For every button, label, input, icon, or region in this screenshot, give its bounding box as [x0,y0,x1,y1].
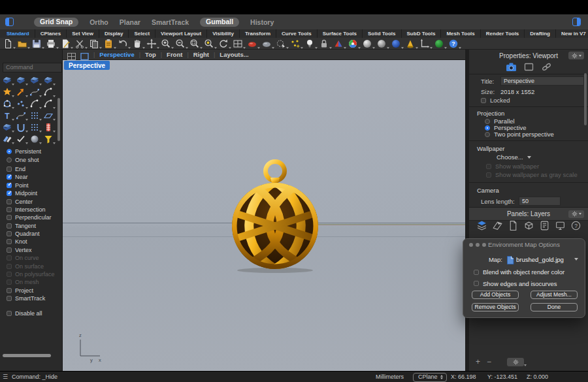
viewport-label-badge[interactable]: Perspective [64,61,110,70]
print-icon[interactable] [46,39,56,49]
viewport-tab-right[interactable]: Right [193,51,209,58]
rotate-view-icon[interactable] [218,39,229,49]
surface-loft-icon[interactable] [29,75,40,86]
radio-icon[interactable] [7,149,12,154]
zoom-window-icon[interactable] [189,39,200,49]
checkbox-icon[interactable] [7,255,12,261]
osnap-vertex[interactable]: Vertex [0,246,63,254]
viewport-tab-perspective[interactable]: Perspective [99,51,134,58]
tab-new-in-v7[interactable]: New in V7 [555,29,588,38]
viewport-grid-icon[interactable] [67,51,76,58]
help-icon[interactable]: ? [448,39,459,49]
checkbox-icon[interactable] [7,239,12,244]
right-panel-toggle-icon[interactable] [572,18,581,26]
edit-notes-icon[interactable] [60,39,71,49]
viewport-canvas[interactable]: Perspective [63,60,465,371]
osnap-project[interactable]: Project [0,287,63,294]
viewport-tab-top[interactable]: Top [145,51,156,58]
sidebar-horizontal-scrollbar[interactable] [3,354,51,357]
copy-icon[interactable] [89,39,99,49]
command-input[interactable]: Command [3,63,62,72]
osnap-on-mesh[interactable]: On mesh [0,278,63,286]
radio-icon[interactable] [485,119,490,124]
osnap-smarttrack[interactable]: SmartTrack [0,294,63,302]
locked-row[interactable]: Locked [481,97,510,104]
cplane-select[interactable]: CPlane [413,373,447,382]
osnap-knot[interactable]: Knot [0,238,63,246]
tab-set-view[interactable]: Set View [66,29,99,38]
done-button[interactable]: Done [531,303,578,311]
title-field[interactable]: Perspective [500,76,584,86]
toggle-history[interactable]: History [250,18,274,26]
osnap-on-curve[interactable]: On curve [0,254,63,262]
left-panel-toggle-icon[interactable] [5,18,14,26]
save-file-icon[interactable] [31,39,42,49]
zoom-out-icon[interactable] [175,39,186,49]
planes-icon[interactable] [2,134,12,144]
layers-gear-button[interactable] [507,358,524,366]
color-wheel-icon[interactable] [348,39,358,49]
panel-layers-icon[interactable] [476,220,487,231]
surface-box-icon[interactable] [2,75,12,86]
properties-gear-button[interactable] [568,52,584,59]
orange-star-icon[interactable] [2,87,12,97]
osnap-center[interactable]: Center [0,197,63,205]
osnap-midpoint[interactable]: Midpoint [0,189,63,197]
move-icon[interactable] [146,39,157,49]
panel-monitor-icon[interactable] [555,220,566,231]
osnap-intersection[interactable]: Intersection [0,206,63,214]
osnap-end[interactable]: End [0,165,63,173]
viewport-tab-layouts[interactable]: Layouts... [220,51,248,58]
toggle-grid-snap[interactable]: Grid Snap [34,18,78,27]
toggle-gumball[interactable]: Gumball [200,18,239,27]
open-file-icon[interactable] [17,39,27,49]
checkbox-icon[interactable] [7,223,12,229]
select-objects-icon[interactable] [276,39,286,49]
tab-cplanes[interactable]: CPlanes [35,29,67,38]
gray-sphere-icon[interactable] [29,134,40,144]
sun-cone-icon[interactable] [405,39,416,49]
wallpaper-choose[interactable]: Choose... [497,153,531,161]
osnap-tangent[interactable]: Tangent [0,222,63,230]
hide-objects-icon[interactable] [247,39,257,49]
zoom-in-icon[interactable] [161,39,171,49]
checkbox-icon[interactable] [7,288,12,293]
show-objects-icon[interactable] [261,39,272,49]
viewport-tab-front[interactable]: Front [167,51,182,58]
text-tool-icon[interactable]: T [2,110,12,121]
lock-objects-icon[interactable] [319,39,329,49]
status-command[interactable]: Command: _Hide [12,374,57,380]
toggle-ortho[interactable]: Ortho [90,18,108,26]
paste-icon[interactable] [103,39,114,49]
locked-checkbox[interactable] [481,98,486,103]
orange-arrow-icon[interactable] [16,87,26,97]
checkbox-icon[interactable] [7,191,12,196]
checkbox-icon[interactable] [7,272,12,277]
lens-length-field[interactable]: 50 [519,197,561,206]
osnap-on-polysurface[interactable]: On polysurface [0,270,63,278]
map-chevron-icon[interactable] [574,258,578,261]
osnap-one-shot[interactable]: One shot [0,155,63,163]
check-icon[interactable] [16,134,26,144]
point-cloud-icon[interactable] [16,99,26,109]
sphere-points-icon[interactable] [2,99,12,109]
panel-sheet-icon[interactable] [492,220,503,231]
command-history-icon[interactable]: ☰ [3,374,8,380]
tab-display[interactable]: Display [99,29,128,38]
tab-transform[interactable]: Transform [239,29,276,38]
surface-extrude-icon[interactable] [16,75,26,86]
tab-select[interactable]: Select [128,29,155,38]
panel-help-icon[interactable]: ? [570,220,581,231]
render-preview-icon[interactable] [362,39,372,49]
u-channel-icon[interactable] [16,122,26,133]
panel-scroll-icon[interactable] [539,220,550,231]
checkbox-icon[interactable] [474,270,479,275]
curve-through-points-icon[interactable] [16,110,26,121]
render-settings-icon[interactable] [376,39,387,49]
osnap-persistent[interactable]: Persistent [0,148,63,155]
viewport-maximize-icon[interactable] [80,51,89,58]
tab-visibility[interactable]: Visibility [206,29,239,38]
object-snap-points-icon[interactable] [290,39,301,49]
checkbox-icon[interactable] [474,281,479,286]
tab-surface-tools[interactable]: Surface Tools [317,29,362,38]
